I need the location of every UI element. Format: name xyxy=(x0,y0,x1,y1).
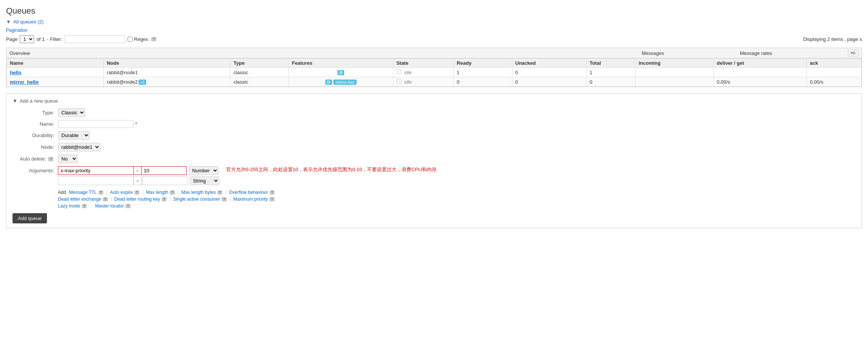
col-ready: Ready xyxy=(454,59,512,68)
link-max-length-bytes[interactable]: Max length bytes xyxy=(181,190,216,195)
arg1-key-input[interactable] xyxy=(58,166,134,175)
add-links-row1: Add Message TTL ? | Auto expire ? | Max … xyxy=(58,190,856,195)
arg2-val-input[interactable] xyxy=(142,176,187,185)
regex-help[interactable]: ? xyxy=(151,37,156,41)
all-queues-label: All queues (2) xyxy=(13,19,44,25)
durability-select[interactable]: Durable Transient xyxy=(58,131,90,140)
arguments-inputs: = Number String Boolean 官方允许0-255之间，此处设置… xyxy=(58,166,437,187)
queue-table-container: Overview Messages Message rates +/- Name… xyxy=(6,48,862,87)
arg2-eq: = xyxy=(134,176,142,185)
page-select[interactable]: 1 xyxy=(20,35,34,43)
cell-deliver_get xyxy=(713,68,807,77)
cell-type: classic xyxy=(230,77,289,87)
node-label: Node: xyxy=(12,144,58,150)
arg1-type-select[interactable]: Number String Boolean xyxy=(189,166,219,175)
messages-label: Messages xyxy=(642,50,664,56)
link-message-ttl[interactable]: Message TTL xyxy=(69,190,97,195)
help-single-active-consumer[interactable]: ? xyxy=(222,197,227,201)
auto-delete-label: Auto delete: ? xyxy=(12,156,58,162)
help-dead-letter-routing-key[interactable]: ? xyxy=(162,197,167,201)
cell-type: classic xyxy=(230,68,289,77)
cell-unacked: 0 xyxy=(512,68,586,77)
link-master-locator[interactable]: Master locator xyxy=(95,203,124,209)
cell-name[interactable]: hello xyxy=(7,68,104,77)
pagination-row: Page 1 of 1 - Filter: Regex ? Displaying… xyxy=(6,35,862,43)
help-dead-letter-exchange[interactable]: ? xyxy=(103,197,108,201)
link-lazy-mode[interactable]: Lazy mode xyxy=(58,203,80,209)
help-auto-expire[interactable]: ? xyxy=(134,190,140,195)
regex-checkbox[interactable] xyxy=(128,37,133,42)
link-overflow-behaviour[interactable]: Overflow behaviour xyxy=(229,190,268,195)
durability-row: Durability: Durable Transient xyxy=(12,131,856,140)
cell-ack xyxy=(807,68,862,77)
add-queue-label: Add a new queue xyxy=(20,98,58,104)
help-max-length-bytes[interactable]: ? xyxy=(217,190,223,195)
annotation-text: 官方允许0-255之间，此处设置10，表示允许优先级范围为0-10，不要设置过大… xyxy=(226,166,437,173)
cell-total: 1 xyxy=(586,68,635,77)
table-row[interactable]: mirror_hellorabbit@node2+1classicD mirro… xyxy=(7,77,862,87)
link-maximum-priority[interactable]: Maximum priority xyxy=(233,197,268,202)
type-label: Type: xyxy=(12,110,58,115)
queue-table: Name Node Type Features State Ready Unac… xyxy=(6,58,862,87)
name-input[interactable] xyxy=(58,120,134,128)
table-row[interactable]: hellorabbit@node1classicD idle101 xyxy=(7,68,862,77)
add-label: Add xyxy=(58,190,66,195)
auto-delete-help[interactable]: ? xyxy=(48,157,53,161)
arg1-val-input[interactable] xyxy=(141,166,187,175)
arg2-key-input[interactable] xyxy=(58,176,134,185)
plus-minus-btn[interactable]: +/- xyxy=(848,50,859,56)
node-row: Node: rabbit@node1 rabbit@node2 xyxy=(12,143,856,151)
help-max-length[interactable]: ? xyxy=(170,190,175,195)
cell-ready: 1 xyxy=(454,68,512,77)
col-features: Features xyxy=(289,59,393,68)
cell-total: 0 xyxy=(586,77,635,87)
link-max-length[interactable]: Max length xyxy=(146,190,169,195)
cell-incoming xyxy=(635,68,713,77)
cell-ready: 0 xyxy=(454,77,512,87)
col-state: State xyxy=(393,59,453,68)
arguments-row: Arguments: = Number String Boolean 官方允许0… xyxy=(12,166,856,187)
cell-name[interactable]: mirror_hello xyxy=(7,77,104,87)
help-message-ttl[interactable]: ? xyxy=(98,190,104,195)
filter-label: - Filter: xyxy=(47,36,62,42)
all-queues-header[interactable]: ▼ All queues (2) xyxy=(6,19,862,25)
node-select[interactable]: rabbit@node1 rabbit@node2 xyxy=(58,143,100,151)
col-ack: ack xyxy=(807,59,862,68)
pagination-label: Pagination xyxy=(6,28,862,33)
cell-ack: 0.00/s xyxy=(807,77,862,87)
auto-delete-select[interactable]: No Yes xyxy=(58,154,78,163)
link-dead-letter-exchange[interactable]: Dead letter exchange xyxy=(58,197,101,202)
help-overflow-behaviour[interactable]: ? xyxy=(270,190,275,195)
col-unacked: Unacked xyxy=(512,59,586,68)
table-overview-header: Overview Messages Message rates +/- xyxy=(6,48,862,58)
display-info: Displaying 2 items , page s xyxy=(803,36,862,42)
help-lazy-mode[interactable]: ? xyxy=(82,204,87,208)
cell-node: rabbit@node1 xyxy=(103,68,230,77)
help-master-locator[interactable]: ? xyxy=(125,204,131,208)
type-select[interactable]: Classic xyxy=(58,108,85,117)
argument-2-row: = String Number Boolean xyxy=(58,176,437,185)
add-queue-btn[interactable]: Add queue xyxy=(12,213,47,223)
add-queue-section-header[interactable]: ▼ Add a new queue xyxy=(12,98,856,104)
add-links-container: Add Message TTL ? | Auto expire ? | Max … xyxy=(58,190,856,209)
cell-state: idle xyxy=(393,77,453,87)
regex-label: Regex xyxy=(134,36,148,42)
regex-checkbox-label[interactable]: Regex xyxy=(128,36,148,42)
cell-unacked: 0 xyxy=(512,77,586,87)
arg2-type-select[interactable]: String Number Boolean xyxy=(190,176,219,185)
help-maximum-priority[interactable]: ? xyxy=(269,197,275,201)
name-row: Name: * xyxy=(12,120,856,128)
add-queue-arrow: ▼ xyxy=(12,98,17,104)
link-dead-letter-routing-key[interactable]: Dead letter routing key xyxy=(114,197,160,202)
arg1-eq: = xyxy=(134,166,141,175)
page-title: Queues xyxy=(6,6,862,16)
collapse-arrow: ▼ xyxy=(6,19,11,25)
col-total: Total xyxy=(586,59,635,68)
cell-deliver_get: 0.00/s xyxy=(713,77,807,87)
link-auto-expire[interactable]: Auto expire xyxy=(110,190,133,195)
add-links-row2: Dead letter exchange ? | Dead letter rou… xyxy=(58,197,856,202)
cell-incoming xyxy=(635,77,713,87)
filter-input[interactable] xyxy=(65,35,125,43)
add-queue-section: ▼ Add a new queue Type: Classic Name: * … xyxy=(6,93,862,228)
link-single-active-consumer[interactable]: Single active consumer xyxy=(173,197,220,202)
